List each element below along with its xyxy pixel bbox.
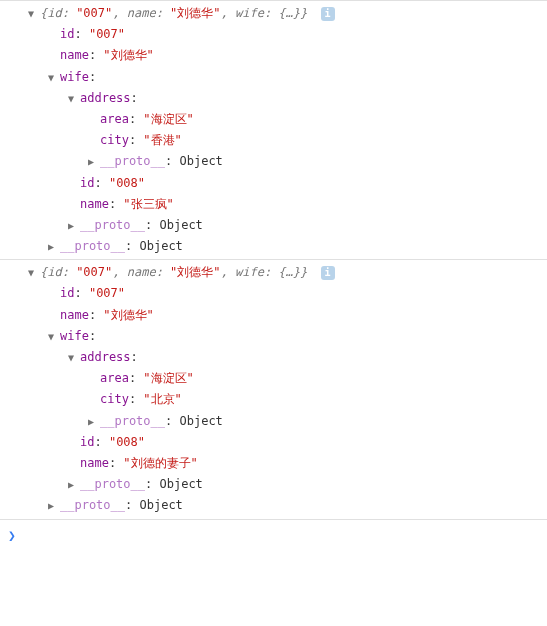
collapse-arrow-icon[interactable]: ▶ xyxy=(88,414,98,430)
prop-key: name xyxy=(80,456,109,470)
prop-key: wife xyxy=(60,70,89,84)
collapse-arrow-icon[interactable]: ▶ xyxy=(48,498,58,514)
prop-type: Object xyxy=(179,154,222,168)
expand-arrow-icon[interactable]: ▼ xyxy=(28,265,38,281)
prop-key: id xyxy=(60,286,74,300)
prop-row-proto: ▶__proto__: Object xyxy=(20,236,547,257)
prop-type: Object xyxy=(139,498,182,512)
prop-key: id xyxy=(60,27,74,41)
prop-row-city: city: "香港" xyxy=(20,130,547,151)
collapse-arrow-icon[interactable]: ▶ xyxy=(48,239,58,255)
prop-row-wife: ▼wife: xyxy=(20,67,547,88)
prompt-caret-icon: ❯ xyxy=(8,526,16,547)
prop-row-proto: ▶__proto__: Object xyxy=(20,411,547,432)
colon: : xyxy=(156,265,170,279)
colon: : xyxy=(156,6,170,20)
prop-row-proto: ▶__proto__: Object xyxy=(20,474,547,495)
comma: , xyxy=(112,6,126,20)
preview-key-name: name xyxy=(127,265,156,279)
info-icon[interactable]: i xyxy=(321,266,335,280)
colon: : xyxy=(264,6,278,20)
preview-val-wife: {…} xyxy=(278,265,300,279)
prop-key: area xyxy=(100,371,129,385)
prop-row-wife-name: name: "张三疯" xyxy=(20,194,547,215)
prop-val: "刘德的妻子" xyxy=(123,456,197,470)
prop-val: "008" xyxy=(109,435,145,449)
prop-val: "香港" xyxy=(143,133,181,147)
prop-key: __proto__ xyxy=(100,414,165,428)
prop-key: city xyxy=(100,133,129,147)
prop-row-wife-name: name: "刘德的妻子" xyxy=(20,453,547,474)
prop-val: "007" xyxy=(89,27,125,41)
collapse-arrow-icon[interactable]: ▶ xyxy=(88,154,98,170)
prop-val: "海淀区" xyxy=(143,112,193,126)
prop-row-id: id: "007" xyxy=(20,283,547,304)
prop-row-proto: ▶__proto__: Object xyxy=(20,215,547,236)
collapse-arrow-icon[interactable]: ▶ xyxy=(68,218,78,234)
prop-type: Object xyxy=(179,414,222,428)
prop-row-name: name: "刘德华" xyxy=(20,45,547,66)
comma: , xyxy=(221,6,235,20)
colon: : xyxy=(264,265,278,279)
prop-row-address: ▼address: xyxy=(20,88,547,109)
prop-type: Object xyxy=(159,218,202,232)
prop-val: "008" xyxy=(109,176,145,190)
comma: , xyxy=(112,265,126,279)
preview-val-name: "刘德华" xyxy=(170,6,220,20)
object-summary-row: ▼{id: "007", name: "刘德华", wife: {…}} i xyxy=(20,3,547,24)
prop-key: id xyxy=(80,435,94,449)
brace-close: } xyxy=(300,265,307,279)
prop-row-wife: ▼wife: xyxy=(20,326,547,347)
prop-key: __proto__ xyxy=(80,218,145,232)
comma: , xyxy=(221,265,235,279)
expand-arrow-icon[interactable]: ▼ xyxy=(68,350,78,366)
preview-key-wife: wife xyxy=(235,6,264,20)
prop-type: Object xyxy=(159,477,202,491)
prop-key: area xyxy=(100,112,129,126)
log-entry: ▼{id: "007", name: "刘德华", wife: {…}} i i… xyxy=(0,0,547,259)
prop-key: __proto__ xyxy=(60,239,125,253)
prop-key: __proto__ xyxy=(100,154,165,168)
prop-row-area: area: "海淀区" xyxy=(20,368,547,389)
console-prompt[interactable]: ❯ xyxy=(0,519,547,553)
object-summary-row: ▼{id: "007", name: "刘德华", wife: {…}} i xyxy=(20,262,547,283)
prop-key: city xyxy=(100,392,129,406)
brace-close: } xyxy=(300,6,307,20)
expand-arrow-icon[interactable]: ▼ xyxy=(28,6,38,22)
prop-key: id xyxy=(80,176,94,190)
expand-arrow-icon[interactable]: ▼ xyxy=(48,70,58,86)
prop-row-city: city: "北京" xyxy=(20,389,547,410)
prop-type: Object xyxy=(139,239,182,253)
prop-key: wife xyxy=(60,329,89,343)
preview-val-wife: {…} xyxy=(278,6,300,20)
prop-key: name xyxy=(80,197,109,211)
prop-val: "海淀区" xyxy=(143,371,193,385)
log-entry: ▼{id: "007", name: "刘德华", wife: {…}} i i… xyxy=(0,259,547,518)
prop-key: __proto__ xyxy=(60,498,125,512)
prop-key: name xyxy=(60,308,89,322)
prop-row-address: ▼address: xyxy=(20,347,547,368)
prop-val: "北京" xyxy=(143,392,181,406)
prop-row-proto: ▶__proto__: Object xyxy=(20,151,547,172)
preview-key-id: id xyxy=(47,6,61,20)
preview-val-id: "007" xyxy=(76,6,112,20)
colon: : xyxy=(62,6,76,20)
info-icon[interactable]: i xyxy=(321,7,335,21)
prop-row-area: area: "海淀区" xyxy=(20,109,547,130)
prop-key: address xyxy=(80,350,131,364)
prop-row-id: id: "007" xyxy=(20,24,547,45)
collapse-arrow-icon[interactable]: ▶ xyxy=(68,477,78,493)
prop-row-wife-id: id: "008" xyxy=(20,173,547,194)
prop-key: address xyxy=(80,91,131,105)
expand-arrow-icon[interactable]: ▼ xyxy=(48,329,58,345)
prop-val: "张三疯" xyxy=(123,197,173,211)
preview-key-wife: wife xyxy=(235,265,264,279)
preview-key-id: id xyxy=(47,265,61,279)
prop-row-proto: ▶__proto__: Object xyxy=(20,495,547,516)
preview-val-id: "007" xyxy=(76,265,112,279)
prop-val: "刘德华" xyxy=(103,48,153,62)
colon: : xyxy=(62,265,76,279)
prop-row-wife-id: id: "008" xyxy=(20,432,547,453)
expand-arrow-icon[interactable]: ▼ xyxy=(68,91,78,107)
preview-key-name: name xyxy=(127,6,156,20)
